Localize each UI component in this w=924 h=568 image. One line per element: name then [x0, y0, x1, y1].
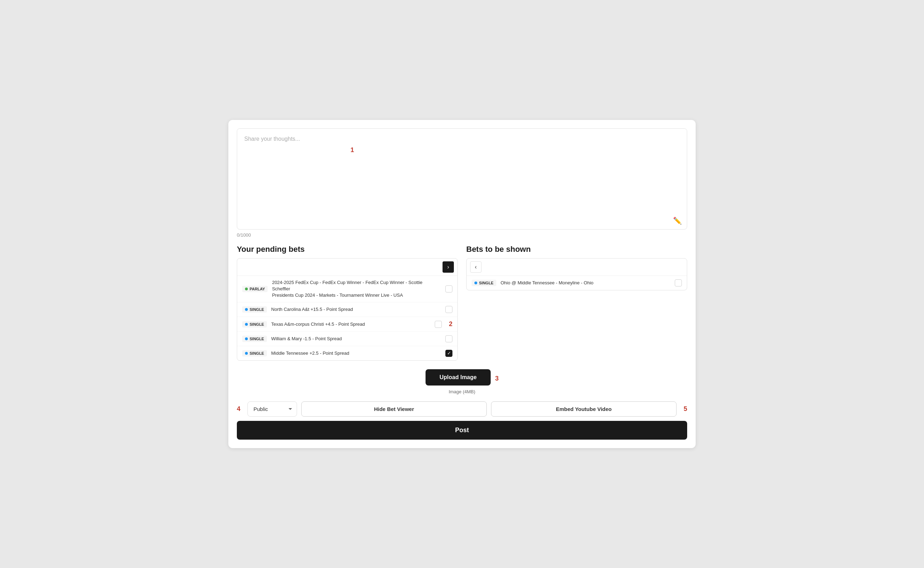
bets-list-header: ›	[237, 258, 457, 276]
bet-badge-single: SINGLE	[242, 306, 267, 313]
bets-shown-title: Bets to be shown	[466, 245, 687, 254]
bets-shown-col: Bets to be shown ‹ SINGLE Ohio @ Middle …	[466, 245, 687, 361]
bets-columns: Your pending bets › PARLAY 2024-2025 Fed…	[237, 245, 687, 361]
nav-left-button[interactable]: ‹	[470, 261, 482, 273]
table-row: SINGLE Ohio @ Middle Tennessee - Moneyli…	[467, 276, 687, 290]
pending-bets-list: › PARLAY 2024-2025 FedEx Cup - FedEx Cup…	[237, 258, 458, 361]
post-button[interactable]: Post	[237, 421, 687, 440]
bet-badge-parlay: PARLAY	[242, 286, 268, 292]
bets-shown-nav: ‹	[467, 258, 687, 276]
bet-description: North Carolina A&t +15.5 - Point Spread	[271, 306, 441, 313]
badge-dot-blue	[245, 323, 248, 326]
step-1-label: 1	[350, 147, 354, 154]
bet-checkbox-checked[interactable]	[445, 350, 453, 357]
step-5-label: 5	[684, 405, 687, 413]
table-row: SINGLE North Carolina A&t +15.5 - Point …	[237, 302, 457, 317]
badge-dot-blue	[474, 281, 477, 284]
bottom-row: 4 Public Private Friends Hide Bet Viewer…	[237, 402, 687, 417]
upload-hint: Image (4MB)	[448, 389, 475, 394]
bet-checkbox[interactable]	[445, 286, 453, 293]
table-row: SINGLE William & Mary -1.5 - Point Sprea…	[237, 332, 457, 346]
badge-label: SINGLE	[250, 307, 264, 311]
hide-bet-viewer-button[interactable]: Hide Bet Viewer	[301, 402, 487, 417]
step-3-label: 3	[495, 375, 498, 382]
step-2-label: 2	[449, 320, 453, 328]
bet-badge-single: SINGLE	[242, 350, 267, 357]
bet-description: 2024-2025 FedEx Cup - FedEx Cup Winner -…	[272, 279, 441, 299]
bet-checkbox[interactable]	[445, 335, 453, 342]
bet-badge-single: SINGLE	[242, 321, 267, 328]
bet-description: Texas A&m-corpus Christi +4.5 - Point Sp…	[271, 321, 430, 328]
bet-badge-single: SINGLE	[242, 335, 267, 342]
table-row: SINGLE Middle Tennessee +2.5 - Point Spr…	[237, 346, 457, 360]
bet-description: Ohio @ Middle Tennessee - Moneyline - Oh…	[501, 280, 671, 286]
bet-checkbox[interactable]	[675, 279, 682, 287]
badge-dot-blue	[245, 352, 248, 355]
char-count: 0/1000	[237, 233, 687, 238]
pending-bets-col: Your pending bets › PARLAY 2024-2025 Fed…	[237, 245, 458, 361]
visibility-select[interactable]: Public Private Friends	[247, 402, 297, 417]
bet-checkbox[interactable]	[435, 321, 442, 328]
upload-row: Upload Image 3	[426, 369, 499, 388]
table-row: SINGLE Texas A&m-corpus Christi +4.5 - P…	[237, 317, 457, 332]
badge-label: SINGLE	[250, 322, 264, 326]
badge-dot-blue	[245, 308, 248, 311]
pending-bets-title: Your pending bets	[237, 245, 458, 254]
badge-label: SINGLE	[250, 351, 264, 355]
upload-area: Upload Image 3 Image (4MB)	[237, 369, 687, 394]
badge-dot-green	[245, 287, 248, 290]
badge-label: PARLAY	[250, 287, 265, 291]
table-row: PARLAY 2024-2025 FedEx Cup - FedEx Cup W…	[237, 276, 457, 303]
bet-badge-single: SINGLE	[471, 280, 496, 286]
nav-right-button[interactable]: ›	[442, 261, 454, 273]
embed-youtube-button[interactable]: Embed Youtube Video	[491, 402, 677, 417]
bet-description: Middle Tennessee +2.5 - Point Spread	[271, 350, 441, 357]
badge-label: SINGLE	[479, 281, 494, 285]
step-4-label: 4	[237, 405, 240, 413]
edit-icon[interactable]: ✏️	[673, 216, 682, 225]
badge-dot-blue	[245, 337, 248, 340]
badge-label: SINGLE	[250, 337, 264, 341]
textarea-wrapper: 1 ✏️	[237, 128, 687, 230]
bet-description: William & Mary -1.5 - Point Spread	[271, 335, 441, 342]
page-container: 1 ✏️ 0/1000 Your pending bets › PARLAY 2…	[228, 120, 696, 449]
bets-shown-list: ‹ SINGLE Ohio @ Middle Tennessee - Money…	[466, 258, 687, 290]
upload-image-button[interactable]: Upload Image	[426, 369, 491, 385]
bet-checkbox[interactable]	[445, 306, 453, 313]
thought-textarea[interactable]	[237, 129, 687, 228]
